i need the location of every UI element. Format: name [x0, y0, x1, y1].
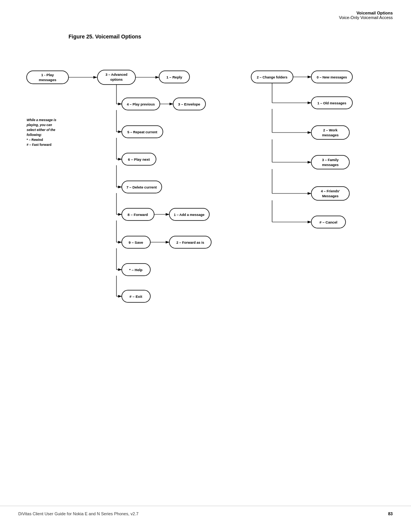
footer-text: DiVitas Client User Guide for Nokia E an… [18, 511, 139, 516]
svg-text:While a message is: While a message is [27, 118, 56, 122]
diagram: 1 - Play messages 3 – Advanced options 1… [23, 45, 388, 343]
header-subtitle: Voice-Only Voicemail Access [339, 15, 393, 20]
svg-text:1 - Play: 1 - Play [41, 73, 54, 77]
svg-text:2 – Change folders: 2 – Change folders [257, 75, 288, 79]
svg-text:* – Rewind: * – Rewind [27, 138, 43, 142]
svg-text:1 – Add a message: 1 – Add a message [174, 213, 205, 217]
footer-line [0, 506, 411, 506]
svg-text:# – Fast forward: # – Fast forward [27, 143, 51, 147]
svg-text:2 – Work: 2 – Work [323, 128, 338, 132]
svg-text:playing, you can: playing, you can [26, 123, 52, 127]
svg-text:# – Exit: # – Exit [129, 294, 142, 299]
svg-text:6 – Play next: 6 – Play next [128, 157, 150, 161]
svg-text:select either of the: select either of the [27, 128, 55, 132]
svg-text:1 – Reply: 1 – Reply [166, 75, 182, 79]
svg-text:Messages: Messages [322, 194, 338, 198]
diagram-svg: 1 - Play messages 3 – Advanced options 1… [23, 45, 388, 342]
svg-text:3 – Family: 3 – Family [322, 158, 339, 162]
svg-text:4 – Play previous: 4 – Play previous [127, 102, 155, 106]
svg-text:7 – Delete current: 7 – Delete current [126, 185, 157, 189]
svg-rect-74 [311, 155, 349, 169]
svg-text:1 – Old messages: 1 – Old messages [317, 101, 346, 105]
svg-text:5 – Repeat current: 5 – Repeat current [127, 130, 158, 134]
svg-text:messages: messages [322, 133, 339, 137]
svg-rect-69 [311, 126, 349, 139]
svg-text:3 – Advanced: 3 – Advanced [105, 73, 127, 77]
figure-title: Figure 25. Voicemail Options [68, 34, 141, 40]
footer-page: 83 [388, 511, 393, 516]
svg-text:following:: following: [27, 133, 42, 137]
svg-text:messages: messages [39, 78, 56, 82]
svg-text:2 – Forward as is: 2 – Forward as is [176, 241, 204, 244]
svg-text:9 – Save: 9 – Save [129, 240, 143, 244]
header-title: Voicemail Options [339, 11, 393, 15]
svg-text:# – Cancel: # – Cancel [320, 220, 338, 224]
page-header: Voicemail Options Voice-Only Voicemail A… [339, 11, 393, 20]
svg-rect-5 [97, 70, 135, 85]
svg-text:messages: messages [322, 163, 339, 167]
svg-text:3 – Envelope: 3 – Envelope [178, 102, 200, 106]
svg-rect-79 [311, 187, 349, 200]
svg-text:options: options [110, 78, 123, 81]
svg-text:0 – New messages: 0 – New messages [317, 75, 347, 79]
svg-text:* – Help: * – Help [129, 268, 143, 272]
svg-text:4 – Friends': 4 – Friends' [321, 189, 340, 193]
svg-text:8 – Forward: 8 – Forward [127, 212, 148, 217]
